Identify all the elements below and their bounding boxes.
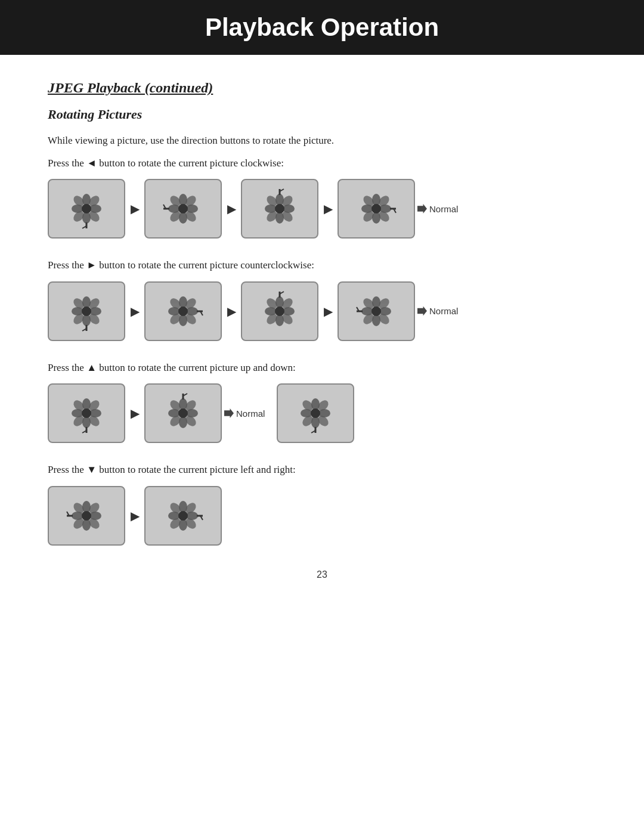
svg-point-85 bbox=[371, 306, 381, 316]
flower-icon-ccw-1 bbox=[66, 290, 107, 332]
flower-icon-ud-1 bbox=[66, 392, 107, 434]
subsection-title: Rotating Pictures bbox=[48, 107, 596, 122]
svg-point-96 bbox=[82, 408, 91, 418]
svg-point-52 bbox=[82, 306, 91, 316]
picture-frame bbox=[144, 179, 222, 239]
flower-icon-ccw-2 bbox=[162, 290, 204, 332]
picture-frame bbox=[241, 179, 318, 239]
svg-point-8 bbox=[82, 204, 91, 213]
picture-frame bbox=[144, 281, 222, 341]
right-arrow-symbol: ► bbox=[86, 259, 97, 271]
picture-frame bbox=[241, 281, 318, 341]
flower-icon-ccw-4 bbox=[355, 290, 397, 332]
arrow-between-ccw-3: ▶ bbox=[318, 281, 338, 341]
svg-point-30 bbox=[275, 204, 284, 213]
up-arrow-symbol: ▲ bbox=[86, 362, 97, 373]
svg-point-74 bbox=[275, 306, 284, 316]
section-title: JPEG Playback (continued) bbox=[48, 80, 596, 96]
arrow-between-cw-1: ▶ bbox=[125, 179, 144, 239]
normal-label-ud: Normal bbox=[224, 408, 265, 419]
down-arrow-symbol: ▼ bbox=[86, 464, 97, 475]
picture-frame bbox=[144, 383, 222, 443]
flower-icon-cw-4 bbox=[355, 188, 397, 230]
svg-line-87 bbox=[357, 307, 359, 311]
svg-point-19 bbox=[178, 204, 188, 213]
svg-point-107 bbox=[178, 408, 188, 418]
diagram-updown: ▶ Normal bbox=[48, 383, 596, 443]
instruction-leftright: Press the ▼ button to rotate the current… bbox=[48, 462, 596, 478]
diagram-clockwise: ▶ ▶ bbox=[48, 179, 596, 239]
page-title: Playback Operation bbox=[24, 13, 620, 42]
instruction-updown: Press the ▲ button to rotate the current… bbox=[48, 360, 596, 376]
svg-point-129 bbox=[82, 511, 91, 521]
diagram-leftright: ▶ bbox=[48, 486, 596, 546]
picture-frame bbox=[48, 281, 125, 341]
picture-frame bbox=[48, 179, 125, 239]
description-text: While viewing a picture, use the directi… bbox=[48, 133, 596, 148]
arrow-between-ud-1: ▶ bbox=[125, 383, 144, 443]
normal-label-cw: Normal bbox=[417, 204, 458, 214]
svg-point-41 bbox=[371, 204, 381, 213]
picture-frame bbox=[338, 281, 415, 341]
arrow-between-cw-3: ▶ bbox=[318, 179, 338, 239]
picture-frame bbox=[48, 486, 125, 546]
diagram-counterclockwise: ▶ ▶ bbox=[48, 281, 596, 341]
arrow-between-ccw-1: ▶ bbox=[125, 281, 144, 341]
flower-icon-cw-1 bbox=[66, 188, 107, 230]
left-arrow-symbol: ◄ bbox=[86, 157, 97, 169]
picture-frame bbox=[338, 179, 415, 239]
picture-frame bbox=[277, 383, 354, 443]
picture-frame bbox=[48, 383, 125, 443]
flower-icon-lr-2 bbox=[162, 495, 204, 537]
flower-icon-lr-1 bbox=[66, 495, 107, 537]
page-header: Playback Operation bbox=[0, 0, 644, 55]
svg-point-118 bbox=[311, 408, 320, 418]
arrow-between-ccw-2: ▶ bbox=[222, 281, 241, 341]
picture-frame bbox=[144, 486, 222, 546]
svg-line-131 bbox=[67, 512, 69, 516]
flower-icon-cw-2 bbox=[162, 188, 204, 230]
flower-icon-ud-2 bbox=[162, 392, 204, 434]
arrow-between-lr-1: ▶ bbox=[125, 486, 144, 546]
instruction-counterclockwise: Press the ► button to rotate the current… bbox=[48, 258, 596, 273]
instruction-clockwise: Press the ◄ button to rotate the current… bbox=[48, 156, 596, 171]
arrow-between-cw-2: ▶ bbox=[222, 179, 241, 239]
flower-icon-ud-3 bbox=[295, 392, 336, 434]
flower-icon-cw-3 bbox=[259, 188, 301, 230]
svg-point-140 bbox=[178, 511, 188, 521]
normal-label-ccw: Normal bbox=[417, 306, 458, 316]
svg-point-63 bbox=[178, 306, 188, 316]
page-number: 23 bbox=[48, 569, 596, 580]
flower-icon-ccw-3 bbox=[259, 290, 301, 332]
